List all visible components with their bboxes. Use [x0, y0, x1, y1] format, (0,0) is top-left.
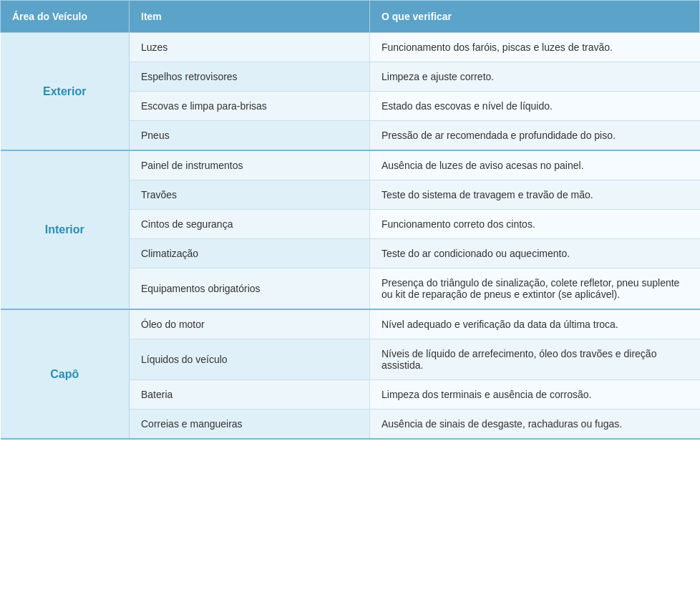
- item-cell: Climatização: [130, 239, 370, 268]
- item-cell: Pneus: [130, 121, 370, 151]
- check-cell: Estado das escovas e nível de líquido.: [370, 92, 700, 121]
- item-cell: Espelhos retrovisores: [130, 62, 370, 92]
- item-cell: Painel de instrumentos: [130, 150, 370, 180]
- item-cell: Cintos de segurança: [130, 210, 370, 239]
- check-cell: Ausência de luzes de aviso acesas no pai…: [370, 150, 700, 180]
- table-row: ExteriorLuzesFuncionamento dos faróis, p…: [1, 33, 700, 62]
- item-cell: Travões: [130, 180, 370, 210]
- item-cell: Escovas e limpa para-brisas: [130, 92, 370, 121]
- area-cell-1: Interior: [1, 150, 130, 309]
- area-cell-0: Exterior: [1, 33, 130, 151]
- check-cell: Teste do sistema de travagem e travão de…: [370, 180, 700, 210]
- item-cell: Equipamentos obrigatórios: [130, 268, 370, 310]
- table-header-row: Área do Veículo Item O que verificar: [1, 1, 700, 33]
- vehicle-checklist-table: Área do Veículo Item O que verificar Ext…: [0, 0, 700, 440]
- item-cell: Líquidos do veículo: [130, 339, 370, 380]
- check-cell: Presença do triângulo de sinalização, co…: [370, 268, 700, 310]
- check-cell: Limpeza e ajuste correto.: [370, 62, 700, 92]
- header-item: Item: [130, 1, 370, 33]
- header-check: O que verificar: [370, 1, 700, 33]
- check-cell: Pressão de ar recomendada e profundidade…: [370, 121, 700, 151]
- check-cell: Ausência de sinais de desgaste, rachadur…: [370, 410, 700, 440]
- check-cell: Teste do ar condicionado ou aquecimento.: [370, 239, 700, 268]
- item-cell: Correias e mangueiras: [130, 410, 370, 440]
- check-cell: Níveis de líquido de arrefecimento, óleo…: [370, 339, 700, 380]
- item-cell: Bateria: [130, 380, 370, 410]
- check-cell: Funcionamento correto dos cintos.: [370, 210, 700, 239]
- item-cell: Luzes: [130, 33, 370, 62]
- table-row: InteriorPainel de instrumentosAusência d…: [1, 150, 700, 180]
- item-cell: Óleo do motor: [130, 309, 370, 339]
- check-cell: Limpeza dos terminais e ausência de corr…: [370, 380, 700, 410]
- check-cell: Funcionamento dos faróis, piscas e luzes…: [370, 33, 700, 62]
- table-row: CapôÓleo do motorNível adequado e verifi…: [1, 309, 700, 339]
- check-cell: Nível adequado e verificação da data da …: [370, 309, 700, 339]
- area-cell-2: Capô: [1, 309, 130, 439]
- header-area: Área do Veículo: [1, 1, 130, 33]
